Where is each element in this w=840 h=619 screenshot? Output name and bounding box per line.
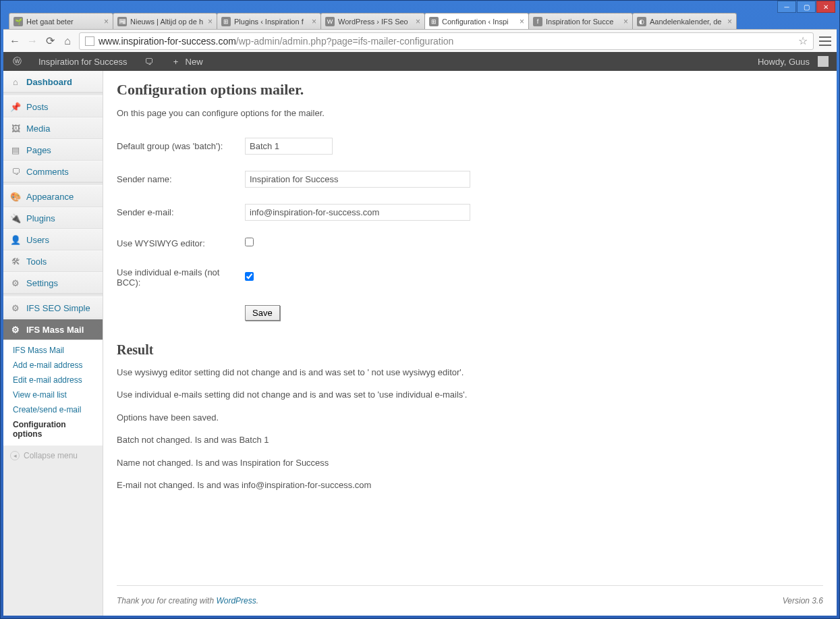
menu-posts[interactable]: 📌Posts — [3, 96, 103, 117]
site-name-menu[interactable]: Inspiration for Success — [30, 52, 136, 71]
tab-title: Configuration ‹ Inspi — [442, 18, 508, 26]
back-button[interactable]: ← — [9, 35, 21, 47]
wp-logo-menu[interactable]: ⓦ — [3, 52, 30, 71]
close-window-button[interactable]: ✕ — [816, 1, 835, 13]
submenu-config-options[interactable]: Configuration options — [3, 417, 103, 441]
favicon-icon: ◐ — [637, 17, 646, 26]
media-icon: 🖼 — [10, 123, 21, 134]
menu-media[interactable]: 🖼Media — [3, 117, 103, 139]
browser-tab[interactable]: ⊞Configuration ‹ Inspi× — [424, 13, 529, 29]
home-button[interactable]: ⌂ — [61, 35, 74, 47]
tab-close-icon[interactable]: × — [623, 17, 628, 26]
menu-settings[interactable]: ⚙Settings — [3, 272, 103, 294]
new-content-menu[interactable]: +New — [163, 52, 211, 71]
menu-ifs-mass-mail[interactable]: ⚙IFS Mass Mail — [3, 319, 103, 340]
submenu-add-email[interactable]: Add e-mail address — [3, 358, 103, 373]
dashboard-icon: ⌂ — [10, 76, 21, 87]
result-line: Name not changed. Is and was Inspiration… — [117, 456, 823, 470]
tab-title: WordPress › IFS Seo — [338, 18, 408, 26]
maximize-button[interactable]: ▢ — [797, 1, 816, 13]
browser-tab[interactable]: WWordPress › IFS Seo× — [320, 13, 425, 29]
reload-button[interactable]: ⟳ — [44, 35, 56, 47]
bookmark-star-icon[interactable]: ☆ — [798, 34, 808, 47]
result-messages: Use wysiwyg editor setting did not chang… — [117, 366, 823, 492]
pin-icon: 📌 — [10, 101, 21, 112]
browser-toolbar: ← → ⟳ ⌂ www.inspiration-for-success.com/… — [3, 29, 837, 52]
browser-tab[interactable]: ⊞Plugins ‹ Inspiration f× — [217, 13, 321, 29]
menu-ifs-seo[interactable]: ⚙IFS SEO Simple — [3, 297, 103, 319]
save-button[interactable]: Save — [245, 305, 280, 321]
input-sender-name[interactable] — [245, 171, 470, 188]
menu-plugins[interactable]: 🔌Plugins — [3, 207, 103, 229]
result-heading: Result — [117, 342, 823, 358]
tab-close-icon[interactable]: × — [208, 17, 213, 26]
avatar-icon — [818, 56, 829, 67]
tab-title: Het gaat beter — [26, 18, 74, 26]
tab-close-icon[interactable]: × — [727, 17, 732, 26]
page-title: Configuration options mailer. — [117, 81, 823, 99]
main-content: Configuration options mailer. On this pa… — [103, 71, 837, 616]
result-line: Options have been saved. — [117, 411, 823, 425]
result-line: E-mail not changed. Is and was info@insp… — [117, 479, 823, 492]
comment-icon: 🗨 — [10, 166, 21, 177]
gear-icon: ⚙ — [10, 324, 21, 335]
checkbox-wysiwyg[interactable] — [245, 238, 254, 246]
browser-tab[interactable]: 📰Nieuws | Altijd op de h× — [113, 13, 217, 29]
browser-menu-button[interactable] — [819, 35, 831, 47]
browser-tab-strip: 🌱Het gaat beter×📰Nieuws | Altijd op de h… — [9, 13, 758, 29]
menu-pages[interactable]: ▤Pages — [3, 139, 103, 161]
tab-close-icon[interactable]: × — [520, 17, 524, 26]
wordpress-icon: ⓦ — [11, 56, 22, 67]
label-wysiwyg: Use WYSIWYG editor: — [117, 229, 245, 258]
browser-tab[interactable]: fInspiration for Succe× — [528, 13, 633, 29]
favicon-icon: ⊞ — [221, 17, 231, 26]
address-bar[interactable]: www.inspiration-for-success.com/wp-admin… — [79, 32, 814, 50]
admin-sidebar: ⌂Dashboard 📌Posts 🖼Media ▤Pages 🗨Comment… — [3, 71, 103, 616]
result-line: Batch not changed. Is and was Batch 1 — [117, 433, 823, 447]
submenu-edit-email[interactable]: Edit e-mail address — [3, 373, 103, 387]
label-sender-email: Sender e-mail: — [117, 196, 245, 229]
tab-title: Aandelenkalender, de — [650, 18, 721, 26]
input-sender-email[interactable] — [245, 204, 470, 221]
menu-dashboard[interactable]: ⌂Dashboard — [3, 71, 103, 92]
wp-admin-bar: ⓦ Inspiration for Success 🗨 +New Howdy, … — [3, 52, 837, 71]
tab-close-icon[interactable]: × — [312, 17, 316, 26]
favicon-icon: 📰 — [117, 17, 127, 26]
favicon-icon: W — [325, 17, 335, 26]
admin-footer: Thank you for creating with WordPress. V… — [117, 585, 823, 616]
menu-appearance[interactable]: 🎨Appearance — [3, 186, 103, 207]
page-icon: ▤ — [10, 144, 21, 155]
tab-close-icon[interactable]: × — [104, 17, 109, 26]
label-default-group: Default group (was 'batch'): — [117, 130, 245, 163]
submenu-ifs-mass-mail: IFS Mass Mail Add e-mail address Edit e-… — [3, 340, 103, 446]
menu-tools[interactable]: 🛠Tools — [3, 250, 103, 272]
menu-comments[interactable]: 🗨Comments — [3, 161, 103, 182]
label-sender-name: Sender name: — [117, 163, 245, 196]
my-account-menu[interactable]: Howdy, Guus — [750, 52, 837, 71]
submenu-mass-mail[interactable]: IFS Mass Mail — [3, 343, 103, 358]
checkbox-individual[interactable] — [245, 272, 254, 281]
users-icon: 👤 — [10, 234, 21, 245]
page-intro: On this page you can configure options f… — [117, 107, 823, 120]
minimize-button[interactable]: ─ — [777, 1, 796, 13]
favicon-icon: ⊞ — [429, 17, 439, 26]
comments-menu[interactable]: 🗨 — [136, 52, 163, 71]
favicon-icon: f — [533, 17, 542, 26]
browser-tab[interactable]: ◐Aandelenkalender, de× — [632, 13, 737, 29]
menu-users[interactable]: 👤Users — [3, 229, 103, 250]
submenu-create-send[interactable]: Create/send e-mail — [3, 402, 103, 417]
collapse-arrow-icon: ◂ — [10, 451, 20, 460]
page-icon — [85, 36, 94, 46]
result-line: Use individual e-mails setting did not c… — [117, 388, 823, 402]
comment-bubble-icon: 🗨 — [144, 56, 155, 67]
plus-icon: + — [171, 56, 181, 67]
tab-close-icon[interactable]: × — [416, 17, 420, 26]
browser-tab[interactable]: 🌱Het gaat beter× — [9, 13, 113, 29]
appearance-icon: 🎨 — [10, 191, 21, 202]
input-default-group[interactable] — [245, 138, 333, 155]
wordpress-link[interactable]: WordPress — [216, 596, 256, 605]
submenu-view-list[interactable]: View e-mail list — [3, 387, 103, 402]
collapse-menu[interactable]: ◂Collapse menu — [3, 446, 103, 466]
tab-title: Nieuws | Altijd op de h — [130, 18, 203, 26]
forward-button[interactable]: → — [26, 35, 38, 47]
